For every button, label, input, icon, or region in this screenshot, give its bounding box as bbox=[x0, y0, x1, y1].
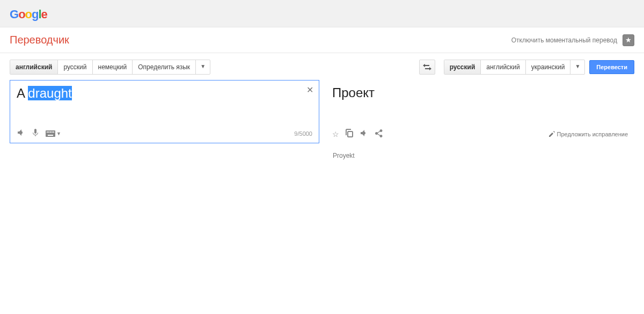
listen-source-icon[interactable] bbox=[17, 128, 25, 138]
target-lang-tab-2[interactable]: украинский bbox=[526, 60, 571, 74]
star-badge-icon[interactable]: ★ bbox=[623, 34, 634, 46]
target-toolbar: ☆ Предложить исправление bbox=[332, 129, 628, 139]
svg-rect-4 bbox=[52, 132, 53, 133]
source-lang-tab-0[interactable]: английский bbox=[10, 60, 58, 74]
save-translation-icon[interactable]: ☆ bbox=[332, 130, 339, 138]
listen-target-icon[interactable] bbox=[360, 129, 368, 139]
target-lang-tab-0[interactable]: русский bbox=[444, 60, 481, 74]
target-lang-tabs: русский английский украинский ▼ bbox=[444, 60, 586, 75]
source-panel: ✕ A draught ▼ 9/5000 bbox=[10, 80, 319, 143]
target-panel: Проект ☆ Предложить исправление bbox=[326, 80, 634, 143]
copy-translation-icon[interactable] bbox=[346, 129, 353, 139]
header-row: Переводчик Отключить моментальный перево… bbox=[0, 27, 644, 53]
clear-input-button[interactable]: ✕ bbox=[306, 85, 313, 95]
svg-rect-6 bbox=[48, 135, 53, 136]
swap-languages-button[interactable] bbox=[419, 60, 435, 75]
header-right: Отключить моментальный перевод ★ bbox=[511, 34, 634, 46]
app-title: Переводчик bbox=[10, 34, 69, 46]
svg-rect-2 bbox=[48, 132, 49, 133]
source-text-selected: draught bbox=[28, 86, 71, 100]
target-lang-dropdown-icon[interactable]: ▼ bbox=[570, 60, 584, 74]
svg-rect-1 bbox=[47, 132, 48, 133]
source-lang-tab-detect[interactable]: Определить язык bbox=[133, 60, 196, 74]
top-bar: Google bbox=[0, 0, 644, 27]
language-controls: английский русский немецкий Определить я… bbox=[0, 53, 644, 80]
keyboard-icon[interactable]: ▼ bbox=[46, 130, 61, 137]
share-translation-icon[interactable] bbox=[375, 129, 383, 139]
svg-rect-3 bbox=[50, 132, 51, 133]
translate-button[interactable]: Перевести bbox=[589, 60, 634, 74]
transliteration: Proyekt bbox=[322, 149, 644, 159]
swap-icon bbox=[423, 63, 431, 71]
char-count: 9/5000 bbox=[294, 130, 312, 137]
source-text-prefix: A bbox=[17, 86, 28, 100]
voice-input-icon[interactable] bbox=[32, 128, 39, 138]
suggest-edit-button[interactable]: Предложить исправление bbox=[549, 131, 628, 137]
pencil-icon bbox=[549, 131, 555, 137]
source-lang-tab-2[interactable]: немецкий bbox=[93, 60, 133, 74]
google-logo[interactable]: Google bbox=[10, 8, 47, 21]
target-text: Проект bbox=[332, 85, 628, 129]
translation-panels: ✕ A draught ▼ 9/5000 Проект ☆ bbox=[0, 80, 644, 149]
source-lang-tabs: английский русский немецкий Определить я… bbox=[10, 60, 210, 75]
instant-translate-toggle[interactable]: Отключить моментальный перевод bbox=[511, 36, 617, 44]
source-toolbar: ▼ 9/5000 bbox=[17, 128, 312, 138]
svg-rect-5 bbox=[53, 132, 54, 133]
source-text-input[interactable]: A draught bbox=[17, 86, 312, 128]
source-lang-dropdown-icon[interactable]: ▼ bbox=[196, 60, 210, 74]
svg-rect-0 bbox=[46, 130, 55, 137]
suggest-edit-label: Предложить исправление bbox=[557, 131, 628, 137]
source-lang-tab-1[interactable]: русский bbox=[58, 60, 92, 74]
target-lang-tab-1[interactable]: английский bbox=[481, 60, 525, 74]
